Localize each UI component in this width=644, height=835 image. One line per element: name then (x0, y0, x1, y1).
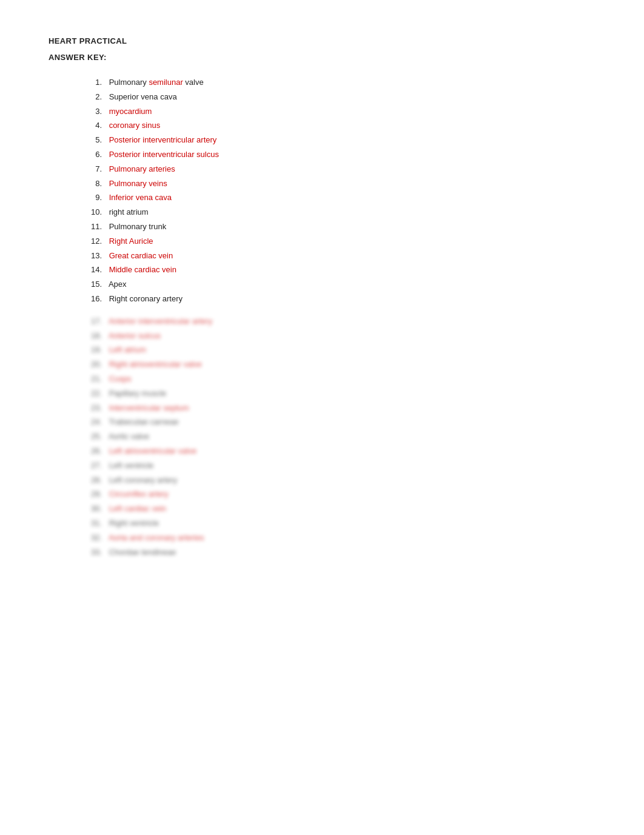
item-text: Posterior interventricular artery (109, 135, 217, 144)
blurred-list-item: 19. Left atrium (85, 344, 595, 357)
blurred-list-item: 22. Papillary muscle (85, 387, 595, 400)
item-text: right atrium (109, 207, 149, 216)
item-text: Great cardiac vein (109, 251, 173, 260)
list-item: 15. Apex (85, 278, 595, 291)
list-item: 16. Right coronary artery (85, 293, 595, 306)
blurred-list-item: 31. Right ventricle (85, 517, 595, 530)
blurred-list-item: 24. Trabeculae carneae (85, 416, 595, 429)
page-title: HEART PRACTICAL (49, 36, 595, 45)
blurred-list-item: 18. Anterior sulcus (85, 330, 595, 343)
list-item: 6. Posterior interventricular sulcus (85, 149, 595, 161)
list-item: 11. Pulmonary trunk (85, 221, 595, 233)
item-number: 15. (85, 278, 102, 291)
item-number: 1. (85, 76, 102, 89)
blurred-list-item: 23. Interventricular septum (85, 402, 595, 415)
item-text: Apex (109, 280, 127, 289)
blurred-list-item: 27. Left ventricle (85, 460, 595, 472)
list-item: 1. Pulmonary semilunar valve (85, 76, 595, 89)
item-number: 3. (85, 106, 102, 118)
item-text: Posterior interventricular sulcus (109, 150, 219, 159)
item-text: Right Auricle (109, 236, 153, 246)
item-number: 11. (85, 221, 102, 233)
blurred-list-item: 28. Left coronary artery (85, 474, 595, 487)
item-text-after: valve (183, 78, 204, 87)
item-number: 4. (85, 119, 102, 132)
item-text: Superior vena cava (109, 92, 177, 101)
blurred-list-item: 26. Left atrioventricular valve (85, 445, 595, 458)
list-item: 7. Pulmonary arteries (85, 163, 595, 176)
item-text: Right coronary artery (109, 294, 183, 303)
list-item: 14. Middle cardiac vein (85, 264, 595, 277)
blurred-list-item: 20. Right atrioventricular valve (85, 358, 595, 371)
item-text: Pulmonary veins (109, 179, 167, 188)
list-item: 2. Superior vena cava (85, 91, 595, 104)
item-text: coronary sinus (109, 121, 161, 130)
item-text-plain: Pulmonary (109, 78, 149, 87)
item-number: 14. (85, 264, 102, 277)
blurred-list-item: 21. Cusps (85, 373, 595, 386)
list-item: 9. Inferior vena cava (85, 192, 595, 204)
blurred-answers: 17. Anterior interventricular artery 18.… (49, 315, 595, 559)
list-item: 12. Right Auricle (85, 235, 595, 248)
item-text: Pulmonary trunk (109, 222, 167, 231)
item-number: 5. (85, 134, 102, 147)
item-text: Inferior vena cava (109, 193, 172, 202)
blurred-list-item: 30. Left cardiac vein (85, 503, 595, 515)
answer-key-label: ANSWER KEY: (49, 53, 595, 62)
item-number: 8. (85, 178, 102, 190)
list-item: 3. myocardium (85, 106, 595, 118)
list-item: 13. Great cardiac vein (85, 250, 595, 263)
item-number: 10. (85, 206, 102, 219)
list-item: 4. coronary sinus (85, 119, 595, 132)
answer-list: 1. Pulmonary semilunar valve 2. Superior… (49, 76, 595, 306)
blurred-list-item: 25. Aortic valve (85, 431, 595, 443)
blurred-list-item: 29. Circumflex artery (85, 488, 595, 501)
list-item: 8. Pulmonary veins (85, 178, 595, 190)
item-text: Pulmonary arteries (109, 164, 175, 173)
blurred-list-item: 33. Chordae tendineae (85, 546, 595, 559)
item-text-red: semilunar (149, 78, 183, 87)
blurred-list-item: 17. Anterior interventricular artery (85, 315, 595, 328)
item-number: 6. (85, 149, 102, 161)
item-text: Middle cardiac vein (109, 265, 176, 274)
item-number: 2. (85, 91, 102, 104)
item-text: myocardium (109, 107, 152, 116)
list-item: 10. right atrium (85, 206, 595, 219)
item-number: 12. (85, 235, 102, 248)
item-number: 7. (85, 163, 102, 176)
item-number: 9. (85, 192, 102, 204)
list-item: 5. Posterior interventricular artery (85, 134, 595, 147)
item-number: 13. (85, 250, 102, 263)
item-number: 16. (85, 293, 102, 306)
blurred-list-item: 32. Aorta and coronary arteries (85, 532, 595, 545)
